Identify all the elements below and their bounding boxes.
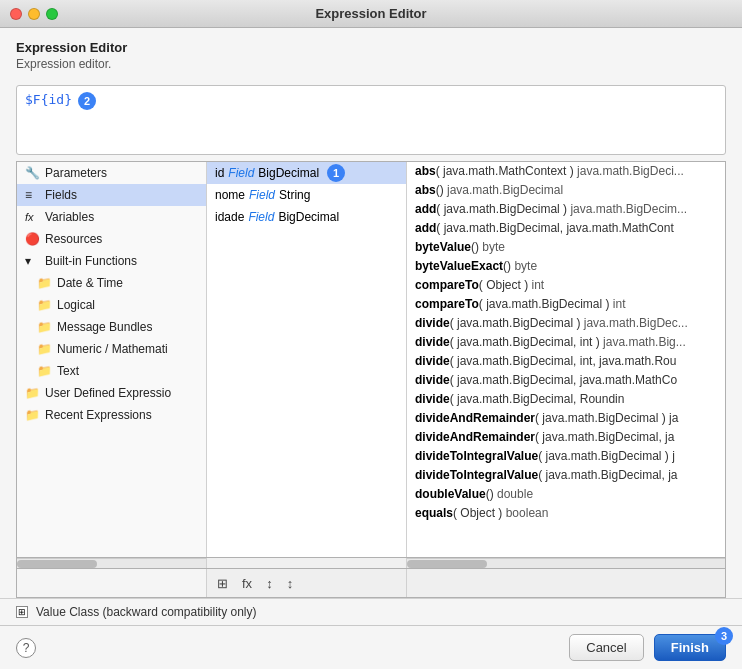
dialog-subtitle: Expression editor. xyxy=(16,57,726,71)
right-item-compareto1[interactable]: compareTo( Object ) int xyxy=(407,276,725,295)
left-toolbar-spacer xyxy=(17,569,207,597)
tree-item-numeric[interactable]: 📁 Numeric / Mathemati xyxy=(17,338,206,360)
add-field-button[interactable]: ⊞ xyxy=(213,574,232,593)
panels-container: 🔧 Parameters ≡ Fields fx Variables 🔴 Res… xyxy=(16,161,726,558)
id-prefix: id xyxy=(215,164,224,182)
tree-item-userdefined[interactable]: 📁 User Defined Expressio xyxy=(17,382,206,404)
tree-item-fields[interactable]: ≡ Fields xyxy=(17,184,206,206)
fields-label: Fields xyxy=(45,186,77,204)
help-button[interactable]: ? xyxy=(16,638,36,658)
middle-panel: id Field BigDecimal 1 nome Field String … xyxy=(207,162,407,557)
right-scrollbar-area xyxy=(407,558,725,568)
idade-type: BigDecimal xyxy=(278,208,339,226)
right-item-bytevalue[interactable]: byteValue() byte xyxy=(407,238,725,257)
idade-prefix: idade xyxy=(215,208,244,226)
resources-label: Resources xyxy=(45,230,102,248)
right-item-divide1[interactable]: divide( java.math.BigDecimal ) java.math… xyxy=(407,314,725,333)
finish-button[interactable]: Finish 3 xyxy=(654,634,726,661)
expression-value: $F{id} xyxy=(25,92,72,107)
right-item-dar1[interactable]: divideAndRemainder( java.math.BigDecimal… xyxy=(407,409,725,428)
left-panel: 🔧 Parameters ≡ Fields fx Variables 🔴 Res… xyxy=(17,162,207,557)
traffic-lights[interactable] xyxy=(10,8,58,20)
footer-checkbox[interactable]: ⊞ xyxy=(16,606,28,618)
expression-editor-area[interactable]: $F{id} 2 xyxy=(16,85,726,155)
recent-label: Recent Expressions xyxy=(45,406,152,424)
variables-icon: fx xyxy=(25,208,41,226)
middle-item-id[interactable]: id Field BigDecimal 1 xyxy=(207,162,406,184)
numeric-icon: 📁 xyxy=(37,340,53,358)
nome-keyword: Field xyxy=(249,186,275,204)
datetime-label: Date & Time xyxy=(57,274,123,292)
right-item-add1[interactable]: add( java.math.BigDecimal ) java.math.Bi… xyxy=(407,200,725,219)
bottom-buttons: Cancel Finish 3 xyxy=(569,634,726,661)
maximize-button[interactable] xyxy=(46,8,58,20)
middle-toolbar: ⊞ fx ↕ ↕ xyxy=(207,569,407,597)
footer-area: ⊞ Value Class (backward compatibility on… xyxy=(0,598,742,625)
idade-keyword: Field xyxy=(248,208,274,226)
title-bar: Expression Editor xyxy=(0,0,742,28)
middle-badge: 1 xyxy=(327,164,345,182)
minimize-button[interactable] xyxy=(28,8,40,20)
tree-item-text[interactable]: 📁 Text xyxy=(17,360,206,382)
tree-item-datetime[interactable]: 📁 Date & Time xyxy=(17,272,206,294)
sort-za-button[interactable]: ↕ xyxy=(283,574,298,593)
variables-label: Variables xyxy=(45,208,94,226)
tree-item-recent[interactable]: 📁 Recent Expressions xyxy=(17,404,206,426)
right-item-dtiv1[interactable]: divideToIntegralValue( java.math.BigDeci… xyxy=(407,447,725,466)
dialog: Expression Editor Expression editor. $F{… xyxy=(0,28,742,669)
middle-scrollbar-area xyxy=(207,558,407,568)
right-item-abs2[interactable]: abs() java.math.BigDecimal xyxy=(407,181,725,200)
right-item-bytevalueexact[interactable]: byteValueExact() byte xyxy=(407,257,725,276)
datetime-icon: 📁 xyxy=(37,274,53,292)
tree-item-resources[interactable]: 🔴 Resources xyxy=(17,228,206,250)
id-type: BigDecimal xyxy=(258,164,319,182)
right-item-dar2[interactable]: divideAndRemainder( java.math.BigDecimal… xyxy=(407,428,725,447)
right-item-divide5[interactable]: divide( java.math.BigDecimal, Roundin xyxy=(407,390,725,409)
tree-item-builtin[interactable]: ▾ Built-in Functions xyxy=(17,250,206,272)
right-scrollbar[interactable] xyxy=(407,558,725,568)
bottom-bar: ? Cancel Finish 3 xyxy=(0,625,742,669)
parameters-label: Parameters xyxy=(45,164,107,182)
messagebundles-label: Message Bundles xyxy=(57,318,152,336)
resources-icon: 🔴 xyxy=(25,230,41,248)
text-label: Text xyxy=(57,362,79,380)
right-item-add2[interactable]: add( java.math.BigDecimal, java.math.Mat… xyxy=(407,219,725,238)
sort-az-button[interactable]: ↕ xyxy=(262,574,277,593)
finish-badge: 3 xyxy=(715,627,733,645)
right-item-abs1[interactable]: abs( java.math.MathContext ) java.math.B… xyxy=(407,162,725,181)
footer-label: Value Class (backward compatibility only… xyxy=(36,605,257,619)
right-item-doublevalue[interactable]: doubleValue() double xyxy=(407,485,725,504)
window-title: Expression Editor xyxy=(315,6,426,21)
cancel-button[interactable]: Cancel xyxy=(569,634,643,661)
id-keyword: Field xyxy=(228,164,254,182)
messagebundles-icon: 📁 xyxy=(37,318,53,336)
tree-item-variables[interactable]: fx Variables xyxy=(17,206,206,228)
right-toolbar-spacer xyxy=(407,569,725,597)
userdefined-icon: 📁 xyxy=(25,384,41,402)
right-item-dtiv2[interactable]: divideToIntegralValue( java.math.BigDeci… xyxy=(407,466,725,485)
close-button[interactable] xyxy=(10,8,22,20)
text-icon: 📁 xyxy=(37,362,53,380)
right-item-divide2[interactable]: divide( java.math.BigDecimal, int ) java… xyxy=(407,333,725,352)
middle-item-nome[interactable]: nome Field String xyxy=(207,184,406,206)
right-item-divide4[interactable]: divide( java.math.BigDecimal, java.math.… xyxy=(407,371,725,390)
tree-item-logical[interactable]: 📁 Logical xyxy=(17,294,206,316)
middle-item-idade[interactable]: idade Field BigDecimal xyxy=(207,206,406,228)
numeric-label: Numeric / Mathemati xyxy=(57,340,168,358)
bottom-panel xyxy=(16,558,726,569)
left-scrollbar[interactable] xyxy=(17,558,206,568)
logical-label: Logical xyxy=(57,296,95,314)
right-item-equals[interactable]: equals( Object ) boolean xyxy=(407,504,725,523)
recent-icon: 📁 xyxy=(25,406,41,424)
toolbar-row: ⊞ fx ↕ ↕ xyxy=(16,569,726,598)
tree-item-messagebundles[interactable]: 📁 Message Bundles xyxy=(17,316,206,338)
dialog-title: Expression Editor xyxy=(16,40,726,55)
finish-label: Finish xyxy=(671,640,709,655)
right-item-divide3[interactable]: divide( java.math.BigDecimal, int, java.… xyxy=(407,352,725,371)
right-panel: abs( java.math.MathContext ) java.math.B… xyxy=(407,162,725,557)
tree-item-parameters[interactable]: 🔧 Parameters xyxy=(17,162,206,184)
fx-button[interactable]: fx xyxy=(238,574,256,593)
fields-icon: ≡ xyxy=(25,186,41,204)
right-item-compareto2[interactable]: compareTo( java.math.BigDecimal ) int xyxy=(407,295,725,314)
left-scrollbar-area xyxy=(17,558,207,568)
